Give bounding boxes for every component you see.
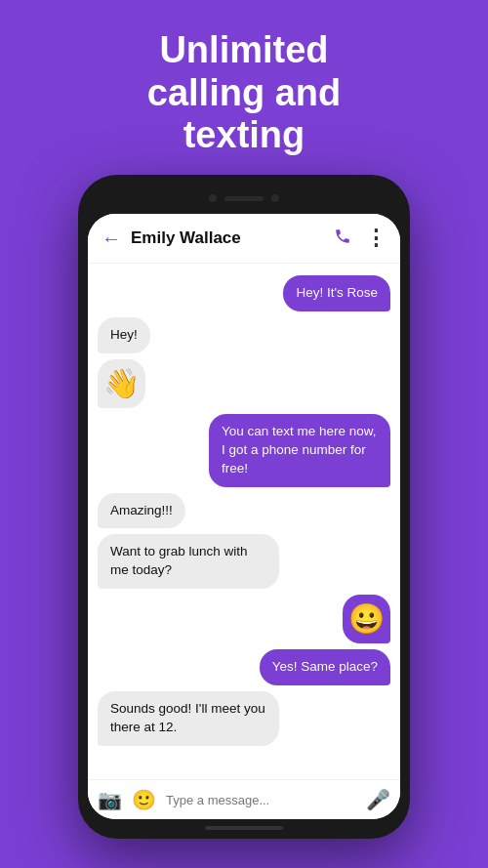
sent-bubble: You can text me here now, I got a phone … <box>209 414 390 487</box>
message-row: You can text me here now, I got a phone … <box>98 414 390 487</box>
message-row: Sounds good! I'll meet you there at 12. <box>98 691 390 746</box>
more-options-button[interactable]: ⋮ <box>365 226 386 251</box>
hero-line2: calling and <box>147 72 341 113</box>
messages-area: Hey! It's RoseHey!👋You can text me here … <box>88 264 400 779</box>
speaker-bar <box>224 196 264 201</box>
message-row: Amazing!!! <box>98 493 390 529</box>
emoji-icon[interactable]: 🙂 <box>132 788 156 811</box>
message-row: Hey! <box>98 317 390 353</box>
phone-device: ← Emily Wallace ⋮ Hey! It's RoseHey!👋You… <box>78 175 410 839</box>
mic-icon[interactable]: 🎤 <box>366 788 390 811</box>
received-bubble: Hey! <box>98 317 150 353</box>
hero-title: Unlimited calling and texting <box>128 29 360 157</box>
home-indicator <box>205 826 283 830</box>
received-bubble: Sounds good! I'll meet you there at 12. <box>98 691 279 746</box>
sent-bubble: Yes! Same place? <box>260 649 390 685</box>
back-button[interactable]: ← <box>102 227 121 250</box>
message-row: Yes! Same place? <box>98 649 390 685</box>
received-bubble: Amazing!!! <box>98 493 185 529</box>
input-bar: 📷 🙂 🎤 <box>88 779 400 819</box>
hero-line3: texting <box>183 114 305 155</box>
sent-bubble: 😀 <box>343 595 390 643</box>
camera-dot <box>209 194 217 202</box>
sent-bubble: Hey! It's Rose <box>283 275 390 311</box>
received-bubble: Want to grab lunch with me today? <box>98 534 279 589</box>
message-input[interactable] <box>166 793 356 807</box>
message-row: 👋 <box>98 359 390 408</box>
header-action-icons: ⋮ <box>334 226 386 251</box>
message-row: Hey! It's Rose <box>98 275 390 311</box>
chat-header: ← Emily Wallace ⋮ <box>88 214 400 264</box>
phone-screen: ← Emily Wallace ⋮ Hey! It's RoseHey!👋You… <box>88 214 400 819</box>
camera-icon[interactable]: 📷 <box>98 788 122 811</box>
front-camera <box>271 194 279 202</box>
call-button[interactable] <box>334 227 351 250</box>
phone-bottom <box>88 819 400 837</box>
contact-name: Emily Wallace <box>131 228 334 248</box>
phone-notch-bar <box>88 185 400 212</box>
message-row: Want to grab lunch with me today? <box>98 534 390 589</box>
hero-line1: Unlimited <box>159 29 328 70</box>
received-bubble: 👋 <box>98 359 145 408</box>
phone-notch <box>205 189 283 207</box>
message-row: 😀 <box>98 595 390 643</box>
